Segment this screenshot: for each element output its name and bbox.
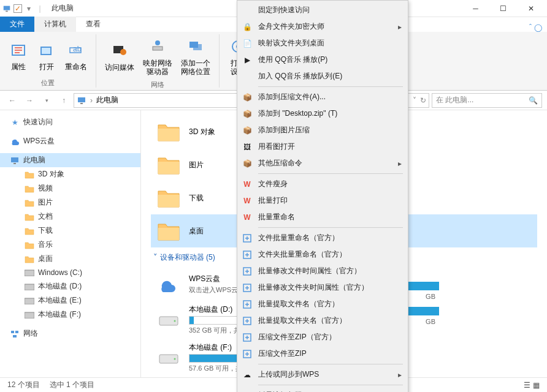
tab-file[interactable]: 文件 <box>0 17 34 32</box>
svg-point-32 <box>174 358 176 360</box>
checkbox-icon[interactable]: ✓ <box>13 4 22 13</box>
folder-icon <box>156 218 182 244</box>
tree-network[interactable]: 网络 <box>0 326 140 341</box>
menu-item[interactable]: 授予访问权限(G)▸ <box>237 387 408 392</box>
properties-button[interactable]: 属性 <box>5 34 32 77</box>
menu-item[interactable]: W批量重命名 <box>237 209 408 225</box>
menu-item[interactable]: 🖼用看图打开 <box>237 138 408 155</box>
svg-rect-23 <box>25 284 34 290</box>
menu-item[interactable]: 🔒金舟文件夹加密大师▸ <box>237 18 408 35</box>
svg-rect-27 <box>15 331 18 333</box>
tiles-view-icon[interactable]: ▦ <box>533 381 540 390</box>
menu-item[interactable]: W文件瘦身 <box>237 176 408 192</box>
tree-item[interactable]: 3D 对象 <box>0 167 140 181</box>
add-netloc-button[interactable]: 添加一个 网络位置 <box>177 34 214 79</box>
menu-item[interactable]: ☁上传或同步到WPS▸ <box>237 366 408 383</box>
folder-icon <box>25 170 34 179</box>
rename-button[interactable]: ab重命名 <box>61 34 91 77</box>
w-red-icon: W <box>242 196 252 206</box>
chevron-up-icon[interactable]: ˆ <box>529 23 532 32</box>
details-view-icon[interactable]: ☰ <box>524 381 530 390</box>
nav-tree: ★快速访问 WPS云盘 此电脑 3D 对象视频图片文档下载音乐桌面Windows… <box>0 110 141 380</box>
forward-button[interactable]: → <box>22 93 37 108</box>
menu-item[interactable]: 固定到快速访问 <box>237 2 408 18</box>
tree-item[interactable]: 音乐 <box>0 238 140 252</box>
lock-icon: 🔒 <box>242 22 252 32</box>
chevron-down-icon[interactable]: ˅ <box>413 96 416 105</box>
disk-icon <box>156 345 182 371</box>
help-icon[interactable]: ◯ <box>534 23 542 32</box>
menu-item[interactable]: 📦添加到图片压缩 <box>237 122 408 138</box>
box-icon <box>242 300 252 309</box>
tree-item[interactable]: Windows (C:) <box>0 266 140 279</box>
folder-icon <box>156 119 182 145</box>
tree-item[interactable]: 本地磁盘 (E:) <box>0 293 140 307</box>
svg-rect-9 <box>153 47 163 50</box>
tree-item[interactable]: 本地磁盘 (D:) <box>0 279 140 293</box>
svg-rect-18 <box>78 97 85 102</box>
tree-item[interactable]: 本地磁盘 (F:) <box>0 307 140 322</box>
up-button[interactable]: ↑ <box>56 93 71 108</box>
menu-item[interactable]: 批量提取文件夹名（官方） <box>237 312 408 329</box>
maximize-button[interactable]: ☐ <box>489 0 517 17</box>
svg-point-30 <box>174 320 176 322</box>
svg-rect-4 <box>42 48 50 54</box>
menu-item[interactable]: 批量修改文件时间属性（官方） <box>237 263 408 279</box>
tree-item[interactable]: 文档 <box>0 209 140 224</box>
menu-item[interactable]: 📦添加到压缩文件(A)... <box>237 89 408 105</box>
chevron-right-icon: ▸ <box>398 371 402 379</box>
box-icon <box>242 349 252 359</box>
disk-icon <box>156 307 182 333</box>
folder-icon <box>25 184 34 194</box>
folder-icon <box>25 198 34 208</box>
menu-item[interactable]: W批量打印 <box>237 192 408 209</box>
menu-item[interactable]: 📦其他压缩命令▸ <box>237 155 408 172</box>
minimize-button[interactable]: ─ <box>462 0 489 17</box>
svg-text:ab: ab <box>73 45 82 53</box>
zip-icon: 📦 <box>242 109 252 119</box>
tree-quick-access[interactable]: ★快速访问 <box>0 115 140 129</box>
tree-item[interactable]: 视频 <box>0 181 140 195</box>
menu-item[interactable]: 文件夹批量重命名（官方） <box>237 246 408 263</box>
menu-item[interactable]: 压缩文件至ZIP <box>237 345 408 362</box>
open-button[interactable]: 打开 <box>33 34 60 77</box>
menu-item[interactable]: 批量提取文件名（官方） <box>237 296 408 312</box>
menu-item[interactable]: ▶使用 QQ音乐 播放(P) <box>237 51 408 68</box>
svg-rect-0 <box>4 6 10 10</box>
menu-item[interactable]: 文件批量重命名（官方） <box>237 230 408 246</box>
folder-icon <box>25 268 34 277</box>
recent-dropdown[interactable]: ▾ <box>39 93 54 108</box>
folder-icon <box>25 296 34 306</box>
tab-computer[interactable]: 计算机 <box>34 17 76 32</box>
drive-bar-partial <box>405 307 439 315</box>
map-drive-button[interactable]: 映射网络 驱动器 <box>139 34 176 79</box>
tree-item[interactable]: 下载 <box>0 224 140 238</box>
svg-rect-28 <box>13 335 17 337</box>
access-media-button[interactable]: 访问媒体 <box>101 34 138 79</box>
menu-item[interactable]: 📄映射该文件夹到桌面 <box>237 35 408 51</box>
zip-icon: 📦 <box>242 92 252 102</box>
close-button[interactable]: ✕ <box>517 0 545 17</box>
img-icon: 🖼 <box>242 142 252 152</box>
svg-rect-21 <box>13 163 16 164</box>
svg-rect-25 <box>25 312 34 318</box>
folder-icon <box>25 310 34 320</box>
zip-icon: 📦 <box>242 159 252 168</box>
menu-item[interactable]: 批量修改文件夹时间属性（官方） <box>237 279 408 296</box>
menu-item[interactable]: 压缩文件至ZIP（官方） <box>237 329 408 345</box>
tree-wps[interactable]: WPS云盘 <box>0 134 140 148</box>
menu-item[interactable]: 加入 QQ音乐 播放队列(E) <box>237 68 408 85</box>
folder-icon <box>25 226 34 236</box>
tab-view[interactable]: 查看 <box>76 17 110 32</box>
back-button[interactable]: ← <box>5 93 20 108</box>
tree-thispc[interactable]: 此电脑 <box>0 153 140 167</box>
search-input[interactable]: 在 此电脑... 🔍 <box>432 93 542 108</box>
refresh-icon[interactable]: ↻ <box>420 96 426 105</box>
dropdown-icon[interactable]: ▾ <box>25 4 33 13</box>
box-icon <box>242 333 252 342</box>
doc-icon: 📄 <box>242 39 252 48</box>
box-icon <box>242 316 252 326</box>
tree-item[interactable]: 图片 <box>0 195 140 209</box>
tree-item[interactable]: 桌面 <box>0 252 140 266</box>
menu-item[interactable]: 📦添加到 "Desktop.zip" (T) <box>237 105 408 122</box>
